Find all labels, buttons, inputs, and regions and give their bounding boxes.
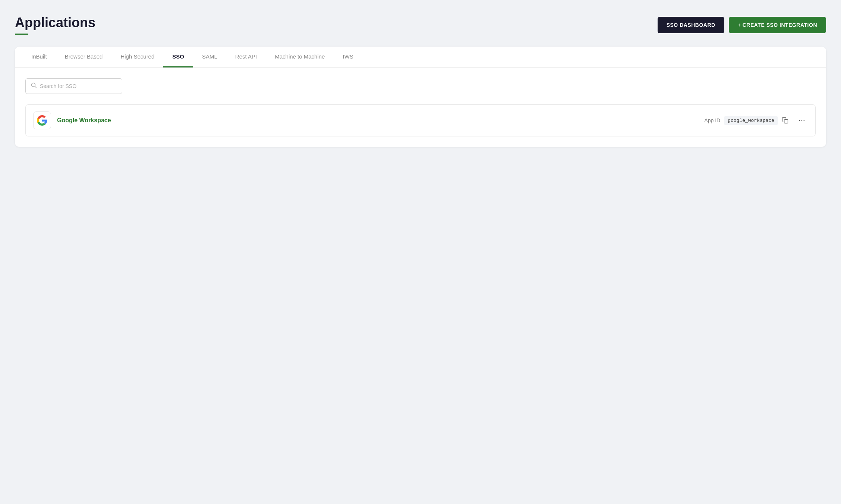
tab-machine-to-machine[interactable]: Machine to Machine (266, 47, 334, 67)
svg-point-4 (801, 120, 803, 121)
search-input[interactable] (40, 83, 117, 89)
svg-rect-2 (784, 120, 788, 123)
tab-browser-based[interactable]: Browser Based (56, 47, 112, 67)
tab-high-secured[interactable]: High Secured (111, 47, 163, 67)
page-title-wrapper: Applications (15, 15, 95, 35)
sso-dashboard-button[interactable]: SSO DASHBOARD (658, 17, 724, 33)
app-id-value: google_workspace (724, 116, 778, 125)
tab-iws[interactable]: IWS (334, 47, 362, 67)
app-id-label: App ID (704, 117, 720, 123)
tab-inbuilt[interactable]: InBuilt (22, 47, 56, 67)
page-header: Applications SSO DASHBOARD + CREATE SSO … (15, 15, 826, 35)
main-card: InBuilt Browser Based High Secured SSO S… (15, 47, 826, 147)
app-name[interactable]: Google Workspace (57, 117, 704, 124)
tabs-container: InBuilt Browser Based High Secured SSO S… (15, 47, 826, 68)
tab-sso[interactable]: SSO (163, 47, 193, 67)
app-row: Google Workspace App ID google_workspace (25, 104, 816, 136)
page-title: Applications (15, 15, 95, 31)
title-underline (15, 34, 28, 35)
tab-content: Google Workspace App ID google_workspace (15, 68, 826, 147)
tab-saml[interactable]: SAML (193, 47, 226, 67)
google-logo (37, 115, 47, 126)
svg-line-1 (35, 86, 37, 88)
tab-rest-api[interactable]: Rest API (226, 47, 266, 67)
svg-point-5 (804, 120, 805, 121)
svg-point-3 (799, 120, 800, 121)
search-box[interactable] (25, 78, 122, 94)
search-icon (31, 82, 37, 90)
app-logo (33, 111, 51, 129)
copy-icon[interactable] (782, 117, 788, 124)
app-id-section: App ID google_workspace (704, 116, 788, 125)
create-sso-button[interactable]: + CREATE SSO INTEGRATION (729, 17, 826, 33)
header-actions: SSO DASHBOARD + CREATE SSO INTEGRATION (658, 17, 826, 33)
more-menu-button[interactable] (796, 114, 808, 126)
